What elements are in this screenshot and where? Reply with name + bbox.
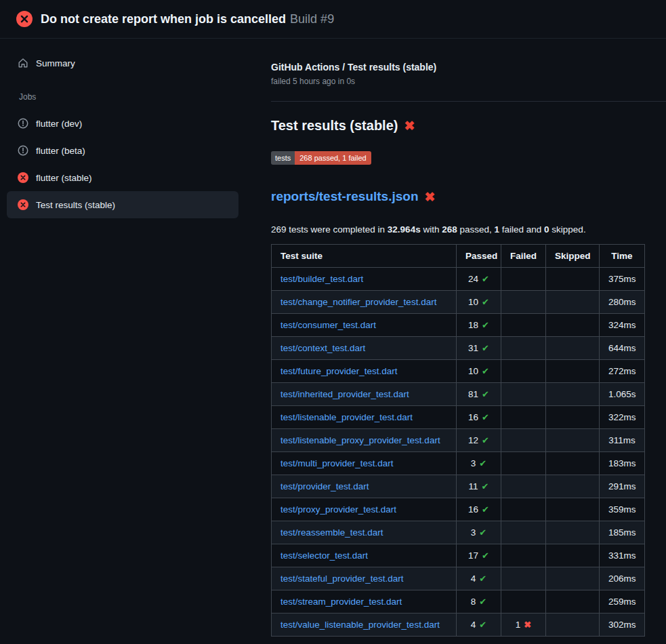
table-row: test/value_listenable_provider_test.dart… [272, 613, 645, 637]
check-icon: ✔ [482, 435, 489, 445]
table-row: test/future_provider_test.dart 10✔ 272ms [272, 360, 645, 383]
column-header-passed: Passed [457, 245, 501, 268]
check-run-header: Do not create report when job is cancell… [0, 0, 666, 39]
check-icon: ✔ [482, 412, 489, 422]
table-row: test/listenable_proxy_provider_test.dart… [272, 429, 645, 452]
check-icon: ✔ [479, 458, 486, 468]
divider [271, 101, 666, 102]
table-row: test/listenable_provider_test.dart 16✔ 3… [272, 406, 645, 429]
table-row: test/selector_test.dart 17✔ 331ms [272, 544, 645, 567]
table-row: test/proxy_provider_test.dart 16✔ 359ms [272, 498, 645, 521]
badge-label: tests [271, 151, 295, 165]
suite-link[interactable]: test/change_notifier_provider_test.dart [280, 297, 436, 307]
neutral-status-icon [18, 145, 28, 156]
cross-mark-icon: ✖ [425, 190, 436, 203]
passed-count: 3 [471, 458, 476, 468]
suite-link[interactable]: test/inherited_provider_test.dart [280, 389, 409, 399]
table-row: test/context_test.dart 31✔ 644ms [272, 337, 645, 360]
suite-link[interactable]: test/stream_provider_test.dart [280, 597, 402, 607]
tests-badge: tests 268 passed, 1 failed [271, 151, 371, 165]
passed-count: 81 [468, 389, 478, 399]
jobs-list: flutter (dev) flutter (beta) flutter (st… [7, 110, 266, 218]
check-icon: ✔ [482, 343, 489, 353]
time-value: 331ms [608, 550, 636, 561]
table-row: test/multi_provider_test.dart 3✔ 183ms [272, 452, 645, 475]
check-icon: ✔ [479, 527, 486, 538]
sidebar-item-flutter-dev[interactable]: flutter (dev) [7, 110, 238, 137]
failed-status-icon [18, 199, 28, 210]
job-label: flutter (dev) [36, 119, 82, 129]
check-icon: ✔ [482, 481, 489, 491]
time-value: 291ms [608, 481, 636, 491]
passed-count: 12 [468, 435, 478, 445]
table-row: test/provider_test.dart 11✔ 291ms [272, 475, 645, 498]
column-header-skipped: Skipped [546, 245, 600, 268]
tests-summary-text: 269 tests were completed in 32.964s with… [271, 224, 644, 235]
results-table-body: test/builder_test.dart 24✔ 375ms test/ch… [272, 268, 645, 637]
suite-link[interactable]: test/selector_test.dart [280, 550, 368, 561]
table-row: test/inherited_provider_test.dart 81✔ 1.… [272, 383, 645, 406]
suite-link[interactable]: test/reassemble_test.dart [280, 527, 383, 538]
report-file-link[interactable]: reports/test-results.json [271, 189, 419, 204]
time-value: 183ms [608, 458, 636, 468]
passed-count: 3 [471, 527, 476, 538]
sidebar-item-label: Summary [36, 58, 75, 68]
sidebar-item-summary[interactable]: Summary [7, 54, 238, 72]
suite-link[interactable]: test/listenable_proxy_provider_test.dart [280, 435, 440, 445]
time-value: 375ms [608, 274, 636, 284]
table-row: test/reassemble_test.dart 3✔ 185ms [272, 521, 645, 544]
run-status-text: failed 5 hours ago in 0s [271, 77, 644, 86]
sidebar: Summary Jobs flutter (dev) flutter (beta… [0, 39, 266, 218]
table-row: test/stateful_provider_test.dart 4✔ 206m… [272, 567, 645, 590]
passed-count: 16 [468, 412, 478, 422]
passed-count: 4 [471, 620, 476, 630]
suite-link[interactable]: test/builder_test.dart [280, 274, 363, 284]
time-value: 185ms [608, 527, 636, 538]
failed-count: 1 [516, 620, 521, 630]
main-content: GitHub Actions / Test results (stable) f… [266, 39, 666, 637]
suite-link[interactable]: test/context_test.dart [280, 343, 365, 353]
suite-link[interactable]: test/proxy_provider_test.dart [280, 504, 396, 515]
time-value: 311ms [608, 435, 636, 445]
column-header-time: Time [600, 245, 645, 268]
check-icon: ✔ [482, 504, 489, 515]
check-icon: ✔ [479, 597, 486, 607]
passed-count: 4 [471, 573, 476, 584]
x-icon: ✖ [524, 620, 531, 630]
neutral-status-icon [18, 118, 28, 129]
passed-count: 10 [468, 297, 478, 307]
passed-count: 8 [471, 597, 476, 607]
jobs-section-heading: Jobs [19, 92, 266, 102]
time-value: 322ms [608, 412, 636, 422]
suite-link[interactable]: test/consumer_test.dart [280, 320, 376, 330]
job-label: flutter (beta) [36, 146, 85, 156]
section-title: Test results (stable) ✖ [271, 118, 644, 134]
suite-link[interactable]: test/provider_test.dart [280, 481, 369, 491]
suite-link[interactable]: test/future_provider_test.dart [280, 366, 398, 376]
column-header-test-suite: Test suite [272, 245, 457, 268]
table-row: test/consumer_test.dart 18✔ 324ms [272, 314, 645, 337]
time-value: 324ms [608, 320, 636, 330]
sidebar-item-test-results-stable[interactable]: Test results (stable) [7, 191, 238, 218]
breadcrumb: GitHub Actions / Test results (stable) [271, 62, 644, 73]
check-icon: ✔ [482, 389, 489, 399]
job-label: flutter (stable) [36, 173, 92, 183]
failed-status-icon [16, 11, 33, 27]
suite-link[interactable]: test/listenable_provider_test.dart [280, 412, 413, 422]
cross-mark-icon: ✖ [404, 119, 415, 132]
sidebar-item-flutter-stable[interactable]: flutter (stable) [7, 164, 238, 191]
suite-link[interactable]: test/stateful_provider_test.dart [280, 573, 404, 584]
check-icon: ✔ [482, 366, 489, 376]
passed-count: 17 [468, 550, 478, 561]
results-table: Test suite Passed Failed Skipped Time te… [271, 244, 645, 637]
suite-link[interactable]: test/value_listenable_provider_test.dart [280, 620, 440, 630]
passed-count: 11 [469, 481, 478, 491]
time-value: 280ms [608, 297, 636, 307]
table-row: test/change_notifier_provider_test.dart … [272, 291, 645, 314]
job-label: Test results (stable) [36, 200, 115, 210]
sidebar-item-flutter-beta[interactable]: flutter (beta) [7, 137, 238, 164]
suite-link[interactable]: test/multi_provider_test.dart [280, 458, 394, 468]
time-value: 206ms [608, 573, 636, 584]
check-icon: ✔ [482, 274, 489, 284]
passed-count: 31 [468, 343, 478, 353]
